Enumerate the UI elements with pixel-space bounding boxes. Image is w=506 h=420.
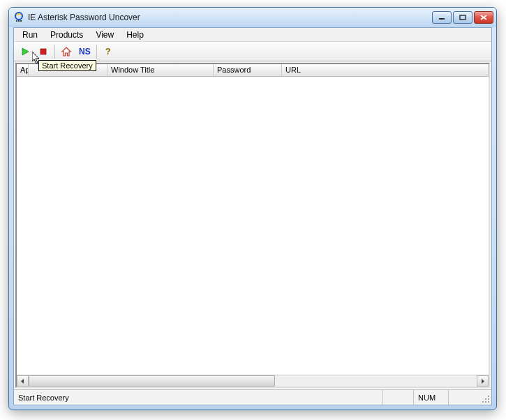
tooltip: Start Recovery [38,60,96,71]
home-button[interactable] [58,44,75,59]
status-text: Start Recovery [14,390,382,405]
client-area: Run Products View Help [13,27,492,405]
svg-point-14 [485,401,486,403]
svg-marker-10 [21,379,24,384]
horizontal-scrollbar[interactable] [17,375,489,387]
svg-point-12 [488,401,489,403]
title-bar[interactable]: IE Asterisk Password Uncover [9,8,496,27]
maximize-button[interactable] [453,11,472,24]
svg-rect-7 [40,49,46,54]
close-button[interactable] [474,11,493,24]
menu-products[interactable]: Products [45,29,89,41]
grip-icon [482,395,490,403]
svg-marker-11 [482,379,484,384]
status-pane-empty [382,390,413,405]
svg-rect-3 [20,20,22,22]
column-window-title[interactable]: Window Title [107,64,214,76]
help-button[interactable]: ? [100,44,117,59]
toolbar: NS ? Start Recovery [14,42,491,61]
scroll-right-button[interactable] [477,375,489,387]
play-icon [20,47,30,57]
list-view[interactable]: Application Window Title Password URL [15,63,490,388]
scroll-left-button[interactable] [17,375,29,387]
list-body[interactable] [17,77,489,375]
column-application[interactable]: Application [17,64,29,76]
resize-grip[interactable] [479,390,491,405]
start-recovery-button[interactable] [17,44,34,59]
status-num: NUM [413,390,448,405]
svg-marker-6 [22,48,29,55]
scroll-track[interactable] [29,375,477,387]
status-bar: Start Recovery NUM [14,389,491,405]
svg-rect-4 [439,18,445,20]
triangle-right-icon [480,379,485,384]
window-title: IE Asterisk Password Uncover [28,13,432,22]
status-pane-empty-2 [448,390,479,405]
column-url[interactable]: URL [282,64,489,76]
svg-marker-8 [62,47,70,56]
toolbar-separator [54,45,55,59]
menu-help[interactable]: Help [121,29,149,41]
menu-view[interactable]: View [90,29,119,41]
app-window: IE Asterisk Password Uncover Run Product… [8,7,497,410]
home-icon [61,46,72,57]
column-password[interactable]: Password [214,64,282,76]
svg-rect-5 [460,15,466,20]
window-controls [432,11,493,24]
svg-rect-1 [16,20,17,22]
svg-point-15 [488,396,489,397]
ns-label: NS [77,47,93,57]
toolbar-separator [96,45,97,59]
minimize-button[interactable] [432,11,452,24]
svg-point-17 [482,401,484,403]
ns-button[interactable]: NS [76,44,94,59]
svg-point-16 [485,398,486,400]
triangle-left-icon [20,379,25,384]
stop-button[interactable] [35,44,52,59]
menu-run[interactable]: Run [17,29,43,41]
svg-rect-2 [18,20,20,22]
menu-bar: Run Products View Help [14,28,491,42]
app-icon [13,12,24,23]
svg-point-13 [488,398,489,400]
scroll-thumb[interactable] [29,375,275,387]
help-icon: ? [105,46,111,57]
stop-icon [38,47,48,57]
